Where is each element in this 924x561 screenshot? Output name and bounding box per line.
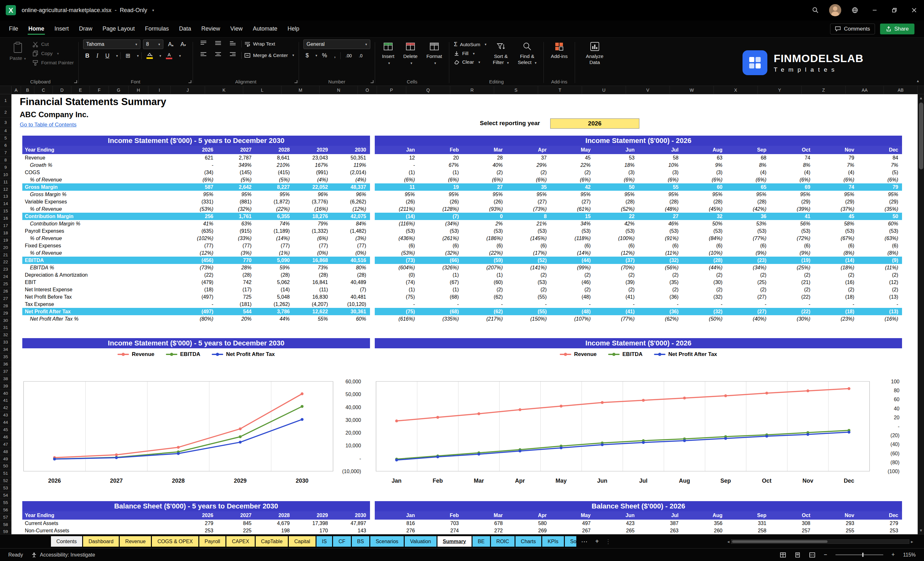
zoom-out-button[interactable]: − [824, 552, 827, 558]
cell[interactable]: (881) [217, 199, 255, 205]
font-name-select[interactable]: Tahoma▾ [83, 39, 140, 49]
row-header-28[interactable]: 28 [0, 302, 11, 309]
table-row[interactable]: (1)(1)(2)(2)(2)(3)(3)(3)(4)(4)(4)(5) [375, 169, 902, 176]
cell[interactable]: (2) [594, 287, 638, 292]
cell[interactable]: 279 [858, 520, 902, 526]
column-Jun[interactable]: Jun [594, 513, 638, 518]
align-center-button[interactable] [212, 51, 224, 60]
row-header-4[interactable]: 4 [0, 128, 11, 135]
cell[interactable]: (70%) [594, 265, 638, 271]
cell[interactable]: (28) [294, 272, 332, 278]
align-top-button[interactable] [197, 39, 210, 48]
cell[interactable]: 46% [638, 221, 682, 227]
cell[interactable]: 42,075 [332, 214, 370, 219]
cell[interactable]: (207%) [463, 265, 507, 271]
cell[interactable]: (2) [682, 287, 726, 292]
cell[interactable]: (118%) [550, 236, 594, 242]
cell[interactable]: (1) [375, 287, 419, 292]
cell[interactable]: (2) [770, 272, 814, 278]
cell[interactable]: (12) [858, 279, 902, 285]
table-row[interactable]: (75)(68)(62)(55)(48)(41)(36)(32)(27)(22)… [375, 293, 902, 300]
row-label[interactable]: Depreciation & Amortization [22, 272, 179, 278]
table-row[interactable]: (436%)(261%)(186%)(145%)(118%)(100%)(91%… [375, 235, 902, 242]
cell[interactable]: (55) [507, 309, 550, 315]
sheet-tab-capex[interactable]: CAPEX [226, 536, 254, 547]
cell[interactable]: 4,679 [255, 520, 294, 526]
cell[interactable]: (3%) [332, 236, 370, 242]
row-label[interactable]: Net Profit Before Tax [22, 294, 179, 300]
cell[interactable]: (261%) [419, 236, 463, 242]
comments-button[interactable]: Comments [830, 24, 874, 34]
cell[interactable]: - [375, 302, 419, 307]
cell[interactable]: 67% [419, 162, 463, 168]
cell[interactable]: 8,641 [255, 155, 294, 161]
cell[interactable]: (32) [682, 294, 726, 300]
column-Jun[interactable]: Jun [594, 147, 638, 153]
cell[interactable]: (1) [419, 272, 463, 278]
reporting-year-input[interactable]: 2026 [550, 118, 639, 129]
cell[interactable]: - [550, 302, 594, 307]
cell[interactable]: (28) [682, 258, 726, 263]
cell[interactable]: (6%) [814, 177, 858, 183]
clear-button[interactable]: Clear▾ [454, 59, 486, 65]
cell[interactable]: (2) [550, 272, 594, 278]
cell[interactable]: 845 [217, 520, 255, 526]
cell[interactable]: (2,014) [332, 170, 370, 176]
column-2028[interactable]: 2028 [255, 513, 294, 518]
cell[interactable]: 15 [550, 214, 594, 219]
column-header-V[interactable]: V [626, 86, 670, 94]
table-row[interactable]: Fixed Expenses(77)(77)(77)(77)(77) [22, 242, 370, 249]
cell[interactable]: 257 [770, 528, 814, 534]
cell[interactable]: - [375, 162, 419, 168]
cell[interactable]: (40%) [726, 316, 770, 322]
table-row[interactable]: Depreciation & Amortization(22)(28)(28)(… [22, 271, 370, 279]
cell[interactable]: 274 [419, 528, 463, 534]
cell[interactable]: 22 [594, 214, 638, 219]
sheet-tab-capital[interactable]: Capital [289, 536, 315, 547]
table-row[interactable]: 816703678580497423387356331308293279 [375, 520, 902, 527]
cell[interactable]: (6%) [550, 177, 594, 183]
cell[interactable]: 95% [375, 192, 419, 197]
bold-button[interactable]: B [83, 52, 92, 60]
cell[interactable]: (6) [638, 243, 682, 249]
cell[interactable]: (10%) [682, 250, 726, 256]
row-header-6[interactable]: 6 [0, 142, 11, 149]
table-row[interactable]: -67%40%29%22%18%10%9%8%8%7%7% [375, 161, 902, 169]
menu-data[interactable]: Data [174, 22, 196, 35]
row-header-57[interactable]: 57 [0, 513, 11, 521]
row-label[interactable]: Gross Margin % [22, 192, 179, 197]
accounting-options-icon[interactable]: ▾ [315, 54, 318, 58]
row-label[interactable]: Payroll Expenses [22, 228, 179, 234]
cell[interactable]: (9%) [726, 250, 770, 256]
font-dialog-launcher[interactable] [189, 80, 191, 83]
sheet-tab-contents[interactable]: Contents [51, 536, 82, 547]
cut-button[interactable]: Cut [32, 41, 74, 48]
number-format-select[interactable]: General▾ [303, 39, 370, 49]
cell[interactable]: 21% [507, 221, 550, 227]
cell[interactable]: (2) [726, 272, 770, 278]
cell[interactable]: 34% [550, 221, 594, 227]
cell[interactable]: (25%) [770, 265, 814, 271]
cell[interactable]: 349% [217, 162, 255, 168]
cell[interactable]: (36) [638, 309, 682, 315]
column-header-A[interactable]: A [12, 86, 21, 94]
shrink-font-button[interactable]: A▾ [178, 41, 188, 48]
cell[interactable]: 18% [594, 162, 638, 168]
cell[interactable]: 258 [726, 528, 770, 534]
chart-annual[interactable]: Income Statement ($'000) - 5 years to De… [22, 338, 370, 486]
menu-draw[interactable]: Draw [74, 22, 98, 35]
table-row[interactable]: Revenue6212,7878,64123,04350,351 [22, 154, 370, 161]
cell[interactable]: (497) [179, 309, 217, 315]
cell[interactable]: 269 [507, 528, 550, 534]
cell[interactable]: 331 [726, 520, 770, 526]
number-dialog-launcher[interactable] [370, 80, 374, 83]
share-button[interactable]: Share [880, 24, 915, 34]
cell[interactable]: (63%) [858, 236, 902, 242]
delete-cells-button[interactable]: Delete▾ [401, 39, 420, 67]
row-header-54[interactable]: 54 [0, 492, 11, 499]
column-header-AA[interactable]: AA [846, 86, 884, 94]
cell[interactable]: 35 [507, 184, 550, 190]
cell[interactable]: (32) [638, 258, 682, 263]
cell[interactable]: 279 [179, 520, 217, 526]
row-label[interactable]: Net Profit After Tax % [22, 316, 179, 322]
